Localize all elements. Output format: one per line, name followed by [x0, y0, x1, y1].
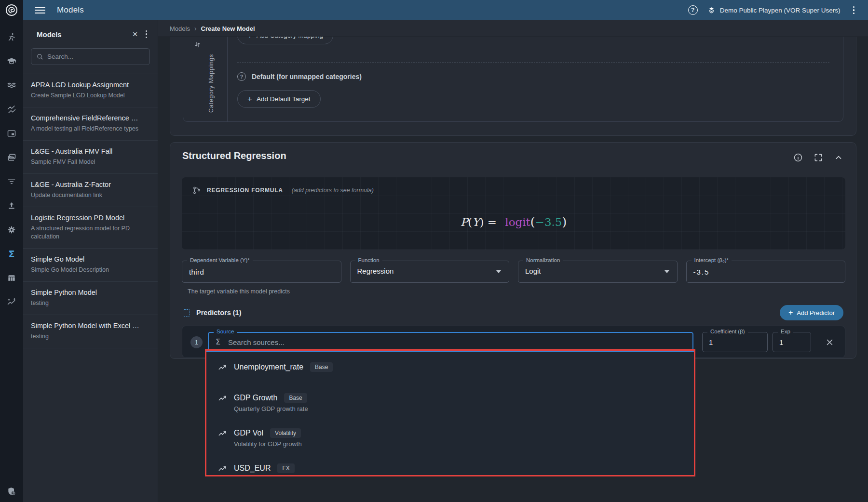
exp-field[interactable]: Exp — [773, 332, 811, 352]
dropdown-arrow-icon — [665, 270, 669, 273]
overflow-menu-icon[interactable] — [850, 5, 858, 15]
list-item[interactable]: Comprehensive FieldReference … A model t… — [23, 107, 158, 141]
trending-up-icon — [218, 429, 227, 438]
coefficient-field[interactable]: Coefficient (β) — [702, 332, 768, 352]
sidebar-close-icon[interactable]: × — [126, 29, 143, 40]
main-content: Models › Create New Model Category Mappi… — [158, 20, 868, 502]
source-type-badge: FX — [277, 463, 294, 473]
source-option[interactable]: GDP Growth Base Quarterly GDP growth rat… — [206, 388, 694, 423]
upload-icon[interactable] — [7, 200, 17, 211]
dependent-variable-input[interactable] — [182, 261, 341, 282]
category-mappings-card: Category Mappings + Add Category Mapping… — [170, 37, 856, 136]
app-title: Models — [57, 5, 84, 15]
collapse-chevron-icon[interactable] — [834, 153, 843, 162]
workspace-selector[interactable]: Demo Public Playpen (VOR Super Users) — [707, 6, 841, 14]
layers-icon — [707, 6, 716, 14]
list-item[interactable]: Simple Python Model testing — [23, 282, 158, 315]
exp-input[interactable] — [773, 332, 811, 352]
breadcrumb-separator-icon: › — [194, 25, 197, 32]
dependent-variable-field[interactable]: Dependent Variable (Y)* — [182, 261, 341, 283]
table-columns-icon[interactable] — [7, 273, 17, 283]
regression-formula-panel: REGRESSION FORMULA (add predictors to se… — [182, 177, 845, 250]
predictor-index-badge: 1 — [190, 336, 203, 348]
help-tooltip-icon[interactable]: ? — [237, 72, 246, 81]
runner-icon[interactable] — [7, 32, 17, 42]
shield-user-icon[interactable] — [7, 486, 17, 496]
predictors-header: Predictors (1) — [196, 309, 241, 317]
source-type-badge: Volatility — [270, 428, 301, 438]
dependent-variable-helper: The target variable this model predicts — [188, 288, 290, 295]
top-bar: Models ? Demo Public Playpen (VOR Super … — [23, 0, 868, 20]
structured-regression-card: Structured Regression RE — [170, 142, 856, 359]
hamburger-menu-icon[interactable] — [35, 5, 45, 15]
trending-up-icon — [218, 394, 227, 403]
help-icon[interactable]: ? — [688, 5, 698, 15]
list-item[interactable]: APRA LGD Lookup Assignment Create Sample… — [23, 74, 158, 107]
trending-up-icon — [218, 464, 227, 473]
category-mappings-label: Category Mappings — [208, 54, 215, 113]
app-logo[interactable] — [0, 0, 23, 20]
normalization-select[interactable]: Normalization Logit — [518, 261, 678, 283]
source-option[interactable]: Unemployment_rate Base — [206, 357, 694, 388]
formula-note: (add predictors to see formula) — [292, 187, 374, 194]
source-option[interactable]: GDP Vol Volatility Volatility for GDP gr… — [206, 423, 694, 459]
icon-rail: Σ — [0, 0, 23, 502]
model-list: APRA LGD Lookup Assignment Create Sample… — [23, 74, 158, 348]
sigma-models-icon[interactable]: Σ — [7, 249, 17, 259]
list-item[interactable]: Simple Python Model with Excel … testing — [23, 315, 158, 348]
filter-icon[interactable] — [7, 176, 17, 186]
list-item[interactable]: Logistic Regression PD Model A structure… — [23, 207, 158, 249]
breadcrumb: Models › Create New Model — [158, 20, 868, 37]
breadcrumb-models[interactable]: Models — [170, 25, 190, 32]
intercept-input[interactable] — [687, 261, 845, 282]
remove-predictor-icon[interactable] — [826, 338, 834, 346]
default-target-label: Default (for unmapped categories) — [252, 73, 362, 80]
dashed-divider — [237, 62, 829, 63]
category-mappings-strip: Category Mappings — [183, 37, 228, 121]
gear-icon[interactable] — [7, 225, 17, 235]
list-item[interactable]: L&GE - Australia Z-Factor Update documen… — [23, 174, 158, 207]
add-predictor-button[interactable]: + Add Predictor — [780, 305, 843, 320]
swap-arrows-icon — [194, 41, 201, 50]
picture-in-picture-icon[interactable] — [7, 128, 17, 138]
expand-icon[interactable] — [814, 153, 823, 162]
sidebar-title: Models — [37, 30, 126, 39]
source-option[interactable]: USD_EUR FX — [206, 459, 694, 475]
section-title: Structured Regression — [182, 150, 286, 161]
add-category-mapping-button[interactable]: + Add Category Mapping — [237, 37, 333, 44]
intercept-field[interactable]: Intercept (β₀)* — [686, 261, 846, 283]
function-select[interactable]: Function Regression — [350, 261, 510, 283]
trend-chevrons-icon[interactable] — [7, 104, 17, 114]
coefficient-input[interactable] — [703, 332, 767, 352]
formula-header: REGRESSION FORMULA — [207, 187, 283, 194]
workspace-label: Demo Public Playpen (VOR Super Users) — [720, 7, 841, 14]
search-input[interactable] — [47, 53, 145, 60]
breadcrumb-current: Create New Model — [201, 25, 255, 32]
dropdown-arrow-icon — [496, 270, 501, 273]
images-icon[interactable] — [7, 152, 17, 162]
sidebar-menu-icon[interactable] — [144, 29, 149, 40]
list-item[interactable]: Simple Go Model Simple Go Model Descript… — [23, 249, 158, 282]
source-search-input[interactable] — [228, 333, 688, 351]
spiral-logo-icon — [5, 3, 18, 17]
sidebar-search[interactable] — [31, 48, 150, 65]
scroll-area[interactable]: Category Mappings + Add Category Mapping… — [158, 37, 868, 502]
sparkle-trend-icon[interactable] — [7, 297, 17, 307]
function-graph-icon — [192, 186, 201, 195]
info-icon[interactable] — [793, 153, 803, 162]
formula-display: P(Y) = logit(−3.5) — [182, 215, 845, 229]
add-default-target-button[interactable]: + Add Default Target — [237, 90, 321, 108]
sigma-icon: Σ — [216, 337, 220, 346]
predictors-dashed-icon — [183, 309, 190, 317]
source-type-badge: Base — [284, 393, 307, 403]
source-options-dropdown: Unemployment_rate Base GDP Growth Base Q… — [205, 349, 695, 476]
models-sidebar: Models × APRA LGD Lookup Assignment Crea… — [23, 20, 158, 502]
graduation-cap-icon[interactable] — [7, 56, 17, 66]
trending-up-icon — [218, 363, 227, 372]
list-item[interactable]: L&GE - Australia FMV Fall Sample FMV Fal… — [23, 141, 158, 174]
search-icon — [36, 53, 43, 60]
waves-icon[interactable] — [7, 80, 17, 90]
source-type-badge: Base — [310, 362, 333, 372]
